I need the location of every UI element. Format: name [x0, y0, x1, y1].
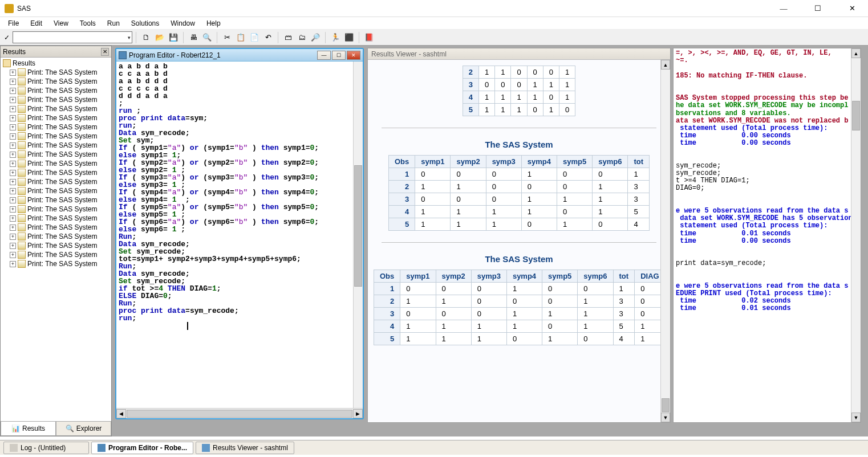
- menu-solutions[interactable]: Solutions: [125, 18, 165, 29]
- editor-minimize-icon[interactable]: —: [317, 51, 331, 60]
- expand-icon[interactable]: +: [10, 197, 16, 203]
- tab-explorer[interactable]: 🔍Explorer: [56, 422, 111, 436]
- maximize-button[interactable]: ☐: [806, 4, 829, 13]
- scroll-right-icon[interactable]: ▶: [353, 409, 363, 418]
- editor-header[interactable]: Program Editor - Robert212_1 — ☐ ✕: [116, 49, 363, 62]
- tree-item[interactable]: +Print: The SAS System: [1, 141, 111, 150]
- expand-icon[interactable]: +: [10, 97, 16, 103]
- expand-icon[interactable]: +: [10, 70, 16, 76]
- tree-item[interactable]: +Print: The SAS System: [1, 77, 111, 86]
- mdi-tab-viewer[interactable]: Results Viewer - sashtml: [196, 442, 294, 454]
- expand-icon[interactable]: +: [10, 243, 16, 249]
- tree-item[interactable]: +Print: The SAS System: [1, 132, 111, 141]
- tree-item[interactable]: +Print: The SAS System: [1, 95, 111, 104]
- paste-icon[interactable]: 📄: [248, 31, 261, 44]
- viewer-body[interactable]: 2110001300011141111015111010The SAS Syst…: [368, 60, 670, 422]
- minimize-button[interactable]: —: [772, 4, 795, 13]
- confirm-icon[interactable]: ✓: [2, 33, 11, 42]
- viewer-header[interactable]: Results Viewer - sashtml: [368, 48, 670, 60]
- data-cell: 0: [521, 218, 557, 231]
- editor-close-icon[interactable]: ✕: [347, 51, 360, 60]
- tree-item[interactable]: +Print: The SAS System: [1, 168, 111, 177]
- menu-view[interactable]: View: [48, 18, 74, 29]
- menu-edit[interactable]: Edit: [25, 18, 48, 29]
- stop-icon[interactable]: ⬛: [343, 31, 355, 44]
- tree-root[interactable]: Results: [1, 59, 111, 68]
- tree-item[interactable]: +Print: The SAS System: [1, 113, 111, 123]
- editor-hscroll[interactable]: ◀ ▶: [116, 408, 363, 418]
- scroll-left-icon[interactable]: ◀: [116, 409, 126, 418]
- tree-item[interactable]: +Print: The SAS System: [1, 104, 111, 113]
- tree-item[interactable]: +Print: The SAS System: [1, 250, 111, 259]
- tree-item[interactable]: +Print: The SAS System: [1, 241, 111, 250]
- tree-item[interactable]: +Print: The SAS System: [1, 159, 111, 168]
- scroll-up-icon[interactable]: ▲: [661, 60, 670, 70]
- expand-icon[interactable]: +: [10, 234, 16, 240]
- new-icon[interactable]: 🗋: [140, 31, 152, 44]
- log-body[interactable]: =, >, ><, >=, AND, EQ, GE, GT, IN, LE,~=…: [674, 48, 861, 422]
- run-icon[interactable]: 🏃: [329, 31, 342, 44]
- tree-item[interactable]: +Print: The SAS System: [1, 186, 111, 195]
- tree-item[interactable]: +Print: The SAS System: [1, 214, 111, 223]
- editor-maximize-icon[interactable]: ☐: [332, 51, 346, 60]
- scroll-down-icon[interactable]: ▼: [851, 413, 861, 422]
- mdi-tab-editor[interactable]: Program Editor - Robe...: [91, 442, 193, 454]
- menu-file[interactable]: File: [2, 18, 25, 29]
- print-icon[interactable]: 🖶: [187, 31, 200, 44]
- close-button[interactable]: ✕: [841, 4, 863, 13]
- find-icon[interactable]: 🔎: [309, 31, 322, 44]
- save-icon[interactable]: 💾: [167, 31, 180, 44]
- mdi-tab-log[interactable]: Log - (Untitled): [3, 442, 89, 454]
- expand-icon[interactable]: +: [10, 152, 16, 158]
- editor-vscroll[interactable]: [353, 62, 363, 408]
- preview-icon[interactable]: 🔍: [201, 31, 213, 44]
- expand-icon[interactable]: +: [10, 261, 16, 267]
- editor-body[interactable]: a a b d a bc c a a b da a b d d dc c c c…: [116, 62, 363, 408]
- explorer-icon[interactable]: 🗂: [295, 31, 308, 44]
- tree-item[interactable]: +Print: The SAS System: [1, 68, 111, 77]
- expand-icon[interactable]: +: [10, 106, 16, 112]
- menu-run[interactable]: Run: [102, 18, 125, 29]
- tree-item[interactable]: +Print: The SAS System: [1, 195, 111, 205]
- expand-icon[interactable]: +: [10, 79, 16, 85]
- open-icon[interactable]: 📂: [153, 31, 166, 44]
- expand-icon[interactable]: +: [10, 206, 16, 213]
- expand-icon[interactable]: +: [10, 188, 16, 194]
- tree-item[interactable]: +Print: The SAS System: [1, 123, 111, 132]
- menu-help[interactable]: Help: [201, 18, 226, 29]
- expand-icon[interactable]: +: [10, 88, 16, 94]
- command-combo[interactable]: [13, 31, 132, 43]
- library-icon[interactable]: 🗃: [282, 31, 294, 44]
- expand-icon[interactable]: +: [10, 115, 16, 121]
- expand-icon[interactable]: +: [10, 252, 16, 258]
- menu-window[interactable]: Window: [165, 18, 201, 29]
- expand-icon[interactable]: +: [10, 179, 16, 185]
- help-icon[interactable]: 📕: [363, 31, 375, 44]
- expand-icon[interactable]: +: [10, 133, 16, 140]
- undo-icon[interactable]: ↶: [262, 31, 274, 44]
- scroll-up-icon[interactable]: ▲: [851, 48, 861, 58]
- tree-item[interactable]: +Print: The SAS System: [1, 259, 111, 268]
- viewer-vscroll[interactable]: ▲ ▼: [660, 60, 670, 422]
- copy-icon[interactable]: 📋: [234, 31, 247, 44]
- menu-tools[interactable]: Tools: [74, 18, 102, 29]
- expand-icon[interactable]: +: [10, 215, 16, 222]
- expand-icon[interactable]: +: [10, 170, 16, 176]
- tree-item[interactable]: +Print: The SAS System: [1, 150, 111, 159]
- expand-icon[interactable]: +: [10, 161, 16, 167]
- tree-item[interactable]: +Print: The SAS System: [1, 177, 111, 186]
- tree-item-label: Print: The SAS System: [27, 205, 98, 213]
- tree-item[interactable]: +Print: The SAS System: [1, 205, 111, 214]
- cut-icon[interactable]: ✂: [221, 31, 233, 44]
- results-panel-close-icon[interactable]: ✕: [101, 48, 109, 56]
- log-vscroll[interactable]: ▲ ▼: [851, 48, 861, 422]
- scroll-down-icon[interactable]: ▼: [661, 413, 670, 422]
- expand-icon[interactable]: +: [10, 124, 16, 130]
- tab-results[interactable]: 📊Results: [1, 422, 56, 436]
- tree-item[interactable]: +Print: The SAS System: [1, 86, 111, 95]
- expand-icon[interactable]: +: [10, 142, 16, 149]
- tree-item[interactable]: +Print: The SAS System: [1, 223, 111, 232]
- results-tree[interactable]: Results +Print: The SAS System+Print: Th…: [1, 58, 111, 421]
- expand-icon[interactable]: +: [10, 225, 16, 231]
- tree-item[interactable]: +Print: The SAS System: [1, 232, 111, 241]
